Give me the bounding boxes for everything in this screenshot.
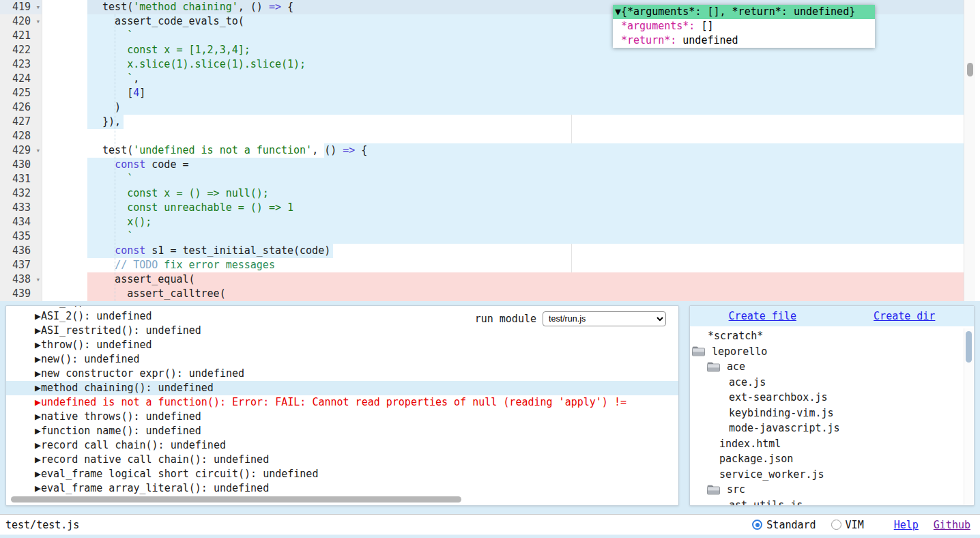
gutter-line-number: 419▾ — [0, 0, 42, 14]
code-text: ` — [90, 229, 964, 244]
run-module-select[interactable]: test/run.js — [543, 311, 666, 326]
tree-file-ast_utils.js[interactable]: ast_utils.js — [690, 498, 974, 506]
test-result-item[interactable]: ▶function name(): undefined — [6, 424, 678, 438]
token-default: test( — [90, 144, 133, 156]
tree-file-keybinding-vim.js[interactable]: keybinding-vim.js — [690, 406, 974, 421]
file-tree-header: Create file Create dir — [690, 306, 974, 326]
test-result-item[interactable]: ▶new(): undefined — [6, 352, 678, 367]
test-result-list[interactable]: ▶ASI_1(): undefined▶ASI_2(): undefined▶A… — [6, 305, 678, 496]
token-string: ` — [90, 29, 133, 42]
fold-arrow-icon[interactable]: ▾ — [35, 143, 40, 158]
code-line-424[interactable]: `, — [42, 72, 964, 86]
code-line-428[interactable] — [42, 129, 964, 143]
gutter-line-number: 438▾ — [0, 272, 42, 287]
radio-vim-unselected-icon[interactable] — [831, 520, 841, 530]
gutter-line-number: 424 — [0, 72, 42, 86]
token-default: ) — [90, 101, 121, 113]
fold-arrow-icon[interactable]: ▾ — [35, 0, 40, 14]
test-result-item[interactable]: ▶record call chain(): undefined — [6, 438, 678, 453]
code-text: x.slice(1).slice(1).slice(1); — [90, 57, 964, 72]
fold-arrow-icon[interactable]: ▾ — [35, 14, 40, 29]
code-line-435[interactable]: ` — [42, 229, 964, 244]
test-result-item[interactable]: ▶native throws(): undefined — [6, 410, 678, 424]
token-keyword: => — [269, 1, 281, 13]
code-line-432[interactable]: const x = () => null(); — [42, 186, 964, 201]
file-tree-panel: Create file Create dir *scratch*leporell… — [689, 305, 975, 506]
token-default: assert_calltree( — [90, 287, 226, 300]
code-line-427[interactable]: }), — [42, 115, 964, 129]
token-string: 'undefined is not a function' — [133, 144, 312, 156]
code-line-426[interactable]: ) — [42, 100, 964, 115]
test-result-item[interactable]: ▶eval_frame array_literal(): undefined — [6, 481, 678, 496]
code-line-436[interactable]: const s1 = test_initial_state(code) — [42, 244, 964, 258]
tree-file-ext-searchbox.js[interactable]: ext-searchbox.js — [690, 390, 974, 406]
tree-file-index.html[interactable]: index.html — [690, 436, 974, 452]
tree-folder-src[interactable]: src — [690, 482, 974, 498]
gutter-line-number: 434 — [0, 215, 42, 229]
code-line-430[interactable]: const code = — [42, 158, 964, 172]
token-string: 'method chaining' — [133, 1, 238, 13]
editor-scrollbar-thumb[interactable] — [967, 63, 973, 76]
code-line-434[interactable]: x(); — [42, 215, 964, 229]
value-inspector-tooltip[interactable]: ▼{*arguments*: [], *return*: undefined} … — [613, 5, 875, 48]
gutter-line-number: 432 — [0, 186, 42, 201]
tree-file-package.json[interactable]: package.json — [690, 451, 974, 467]
tree-folder-ace[interactable]: ace — [690, 359, 974, 375]
tree-scrollbar-thumb[interactable] — [966, 331, 972, 363]
help-link[interactable]: Help — [894, 515, 919, 535]
tree-folder-leporello[interactable]: leporello — [690, 344, 974, 360]
create-file-link[interactable]: Create file — [729, 309, 796, 324]
run-module-label: run module — [475, 312, 536, 326]
token-default: () — [324, 144, 343, 156]
token-default: code = — [145, 158, 188, 171]
tree-file-mode-javascript.js[interactable]: mode-javascript.js — [690, 421, 974, 436]
test-result-item[interactable]: ▶record native call chain(): undefined — [6, 453, 678, 467]
tree-scrollbar-track[interactable] — [964, 328, 973, 505]
token-comment_todo: // TODO — [115, 259, 158, 271]
code-line-433[interactable]: const unreachable = () => 1 — [42, 201, 964, 215]
test-result-item[interactable]: ▶new constructor expr(): undefined — [6, 367, 678, 381]
radio-standard-selected-icon[interactable] — [752, 520, 762, 530]
keybinding-vim-option[interactable]: VIM — [846, 515, 864, 535]
tree-file-service_worker.js[interactable]: service_worker.js — [690, 467, 974, 483]
file-tree[interactable]: *scratch*leporelloaceace.jsext-searchbox… — [690, 328, 974, 505]
code-line-431[interactable]: ` — [42, 172, 964, 186]
create-dir-link[interactable]: Create dir — [874, 309, 935, 324]
tooltip-key: *return*: — [621, 34, 676, 46]
test-result-item[interactable]: ▶undefined is not a function(): Error: F… — [6, 395, 678, 410]
token-string: ` — [90, 72, 133, 85]
code-editor[interactable]: 419▾420▾421422423424425426427428429▾4304… — [0, 0, 980, 301]
run-module-control: run module test/run.js — [475, 311, 666, 326]
github-link[interactable]: Github — [934, 515, 970, 535]
status-bar: test/test.js Standard VIM Help Github — [0, 514, 980, 535]
token-keyword: const — [115, 244, 145, 257]
code-text: `, — [90, 72, 964, 86]
code-line-423[interactable]: x.slice(1).slice(1).slice(1); — [42, 57, 964, 72]
token-comment_text: fix error messages — [158, 259, 275, 271]
code-line-438[interactable]: assert_equal( — [42, 272, 964, 287]
tree-item-label: mode-javascript.js — [729, 421, 840, 436]
output-hscrollbar-thumb[interactable] — [11, 496, 461, 502]
code-text: x(); — [90, 215, 964, 229]
tree-file-*scratch*[interactable]: *scratch* — [690, 328, 974, 344]
code-line-429[interactable]: test('undefined is not a function', () =… — [42, 143, 964, 158]
token-string: ` — [90, 230, 133, 242]
test-result-item[interactable]: ▶throw(): undefined — [6, 338, 678, 352]
token-string: const x = () => null(); — [90, 187, 269, 199]
code-text: assert_equal( — [90, 272, 964, 287]
test-result-item[interactable]: ▶eval_frame logical short circuit(): und… — [6, 467, 678, 481]
tree-item-label: *scratch* — [708, 328, 763, 344]
token-number: 4 — [133, 87, 139, 99]
tooltip-header[interactable]: ▼{*arguments*: [], *return*: undefined} — [613, 5, 875, 19]
tooltip-key: *arguments*: — [621, 20, 695, 32]
code-line-425[interactable]: [4] — [42, 86, 964, 100]
output-hscrollbar-track[interactable] — [10, 496, 675, 503]
keybinding-standard-option[interactable]: Standard — [766, 515, 816, 535]
code-line-437[interactable]: // TODO fix error messages — [42, 258, 964, 272]
test-result-item[interactable]: ▶method chaining(): undefined — [6, 381, 678, 395]
fold-arrow-icon[interactable]: ▾ — [35, 272, 40, 287]
tooltip-value: [] — [695, 20, 713, 32]
editor-scrollbar-track[interactable] — [964, 0, 975, 301]
code-line-439[interactable]: assert_calltree( — [42, 287, 964, 301]
tree-file-ace.js[interactable]: ace.js — [690, 375, 974, 391]
